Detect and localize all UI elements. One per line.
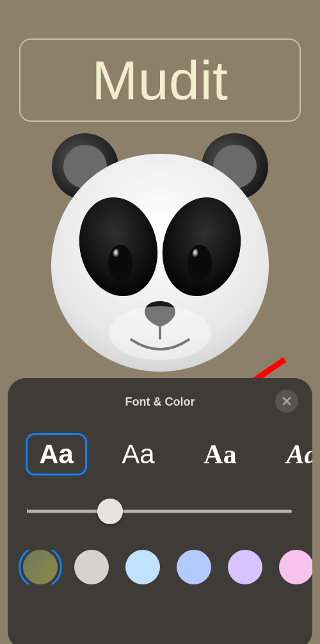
font-sample: Aa: [286, 441, 312, 468]
svg-point-6: [108, 245, 132, 281]
font-sample: Aa: [204, 441, 236, 468]
font-option-3[interactable]: Aa: [189, 433, 251, 475]
font-options-row: Aa Aa Aa Aa: [8, 433, 312, 475]
font-option-1[interactable]: Aa: [26, 433, 87, 475]
svg-point-9: [192, 249, 201, 261]
color-swatch-1[interactable]: [23, 550, 58, 584]
font-sample: Aa: [39, 441, 74, 468]
color-swatch-3[interactable]: [125, 550, 160, 584]
close-icon: [282, 396, 292, 406]
slider-track: [28, 510, 292, 513]
panel-header: Font & Color: [8, 392, 312, 411]
color-swatch-4[interactable]: [177, 550, 211, 584]
font-color-panel: Font & Color Aa Aa Aa Aa: [8, 378, 312, 644]
svg-point-7: [188, 245, 212, 281]
contact-name-field[interactable]: Mudit: [19, 38, 301, 122]
close-button[interactable]: [275, 390, 298, 413]
font-option-2[interactable]: Aa: [108, 433, 169, 475]
panel-title: Font & Color: [125, 395, 195, 409]
font-sample: Aa: [122, 441, 154, 468]
color-swatch-6[interactable]: [279, 550, 312, 584]
contact-name-text: Mudit: [92, 49, 228, 112]
color-swatch-2[interactable]: [74, 550, 109, 584]
font-size-slider[interactable]: [8, 501, 312, 522]
color-swatch-5[interactable]: [228, 550, 262, 584]
color-swatch-row: [8, 550, 312, 584]
svg-point-8: [113, 249, 122, 261]
slider-thumb[interactable]: [97, 499, 123, 524]
font-option-4[interactable]: Aa: [271, 433, 312, 475]
avatar-memoji-panda[interactable]: [45, 128, 275, 384]
